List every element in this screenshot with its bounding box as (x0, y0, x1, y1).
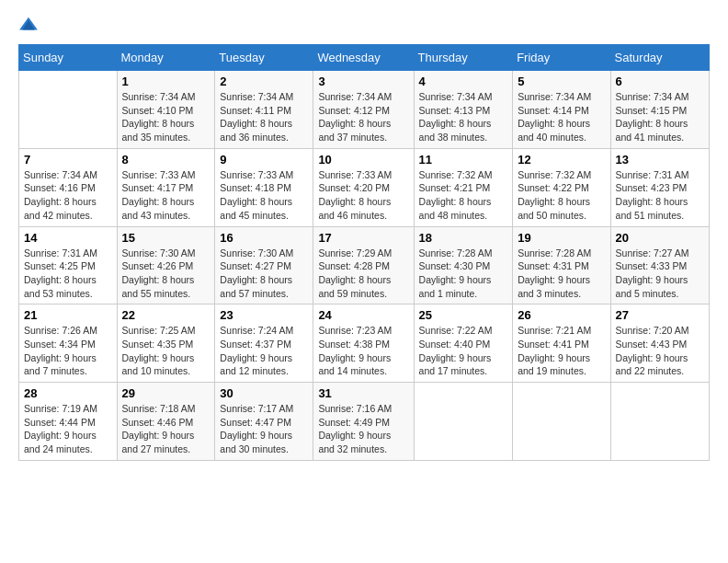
day-number: 31 (318, 386, 408, 400)
logo (18, 15, 40, 35)
calendar-cell: 30Sunrise: 7:17 AMSunset: 4:47 PMDayligh… (215, 383, 313, 461)
calendar-cell: 2Sunrise: 7:34 AMSunset: 4:11 PMDaylight… (215, 71, 313, 149)
day-info: Sunrise: 7:32 AMSunset: 4:21 PMDaylight:… (419, 168, 508, 223)
calendar-cell (414, 383, 513, 461)
day-info: Sunrise: 7:34 AMSunset: 4:11 PMDaylight:… (220, 90, 308, 144)
day-number: 18 (419, 231, 508, 245)
day-number: 8 (122, 153, 210, 167)
day-info: Sunrise: 7:16 AMSunset: 4:49 PMDaylight:… (318, 402, 408, 456)
day-number: 7 (24, 153, 112, 167)
day-number: 16 (220, 231, 308, 245)
day-number: 13 (616, 153, 704, 167)
calendar-cell: 14Sunrise: 7:31 AMSunset: 4:25 PMDayligh… (19, 226, 118, 304)
calendar-cell: 22Sunrise: 7:25 AMSunset: 4:35 PMDayligh… (117, 304, 215, 383)
day-info: Sunrise: 7:30 AMSunset: 4:27 PMDaylight:… (220, 247, 308, 301)
day-of-week-header: Thursday (414, 45, 513, 71)
calendar-cell: 21Sunrise: 7:26 AMSunset: 4:34 PMDayligh… (19, 304, 118, 383)
day-info: Sunrise: 7:33 AMSunset: 4:17 PMDaylight:… (122, 168, 210, 223)
day-number: 20 (616, 231, 704, 245)
day-info: Sunrise: 7:30 AMSunset: 4:26 PMDaylight:… (122, 247, 210, 301)
day-info: Sunrise: 7:24 AMSunset: 4:37 PMDaylight:… (220, 324, 308, 378)
day-info: Sunrise: 7:22 AMSunset: 4:40 PMDaylight:… (419, 324, 508, 378)
day-info: Sunrise: 7:20 AMSunset: 4:43 PMDaylight:… (616, 324, 704, 378)
calendar-cell: 18Sunrise: 7:28 AMSunset: 4:30 PMDayligh… (414, 226, 513, 304)
day-info: Sunrise: 7:34 AMSunset: 4:13 PMDaylight:… (419, 90, 508, 144)
calendar-cell: 7Sunrise: 7:34 AMSunset: 4:16 PMDaylight… (19, 148, 118, 226)
calendar-week-row: 21Sunrise: 7:26 AMSunset: 4:34 PMDayligh… (19, 304, 710, 383)
calendar-cell: 28Sunrise: 7:19 AMSunset: 4:44 PMDayligh… (19, 383, 118, 461)
day-info: Sunrise: 7:28 AMSunset: 4:31 PMDaylight:… (518, 247, 605, 301)
day-of-week-header: Monday (117, 45, 215, 71)
calendar-cell: 4Sunrise: 7:34 AMSunset: 4:13 PMDaylight… (414, 71, 513, 149)
day-info: Sunrise: 7:19 AMSunset: 4:44 PMDaylight:… (24, 402, 112, 456)
day-info: Sunrise: 7:25 AMSunset: 4:35 PMDaylight:… (122, 324, 210, 378)
day-number: 10 (318, 153, 408, 167)
day-info: Sunrise: 7:34 AMSunset: 4:16 PMDaylight:… (24, 168, 112, 223)
calendar-cell: 15Sunrise: 7:30 AMSunset: 4:26 PMDayligh… (117, 226, 215, 304)
day-number: 1 (122, 75, 210, 88)
page-header (18, 15, 710, 35)
day-info: Sunrise: 7:32 AMSunset: 4:22 PMDaylight:… (518, 168, 605, 223)
day-number: 14 (24, 231, 112, 245)
calendar-cell: 9Sunrise: 7:33 AMSunset: 4:18 PMDaylight… (215, 148, 313, 226)
calendar-cell: 10Sunrise: 7:33 AMSunset: 4:20 PMDayligh… (313, 148, 414, 226)
day-info: Sunrise: 7:34 AMSunset: 4:15 PMDaylight:… (616, 90, 704, 144)
day-number: 17 (318, 231, 408, 245)
calendar-cell: 11Sunrise: 7:32 AMSunset: 4:21 PMDayligh… (414, 148, 513, 226)
day-number: 12 (518, 153, 605, 167)
calendar-cell (513, 383, 610, 461)
calendar-cell: 3Sunrise: 7:34 AMSunset: 4:12 PMDaylight… (313, 71, 414, 149)
day-number: 3 (318, 75, 408, 88)
calendar-cell: 5Sunrise: 7:34 AMSunset: 4:14 PMDaylight… (513, 71, 610, 149)
calendar-cell (19, 71, 118, 149)
calendar-table: SundayMondayTuesdayWednesdayThursdayFrid… (18, 44, 710, 461)
day-info: Sunrise: 7:29 AMSunset: 4:28 PMDaylight:… (318, 247, 408, 301)
calendar-cell: 12Sunrise: 7:32 AMSunset: 4:22 PMDayligh… (513, 148, 610, 226)
day-number: 2 (220, 75, 308, 88)
day-number: 27 (616, 308, 704, 322)
day-of-week-header: Tuesday (215, 45, 313, 71)
day-of-week-header: Sunday (19, 45, 118, 71)
day-number: 11 (419, 153, 508, 167)
calendar-cell: 1Sunrise: 7:34 AMSunset: 4:10 PMDaylight… (117, 71, 215, 149)
calendar-cell: 17Sunrise: 7:29 AMSunset: 4:28 PMDayligh… (313, 226, 414, 304)
day-info: Sunrise: 7:31 AMSunset: 4:23 PMDaylight:… (616, 168, 704, 223)
day-info: Sunrise: 7:18 AMSunset: 4:46 PMDaylight:… (122, 402, 210, 456)
day-info: Sunrise: 7:21 AMSunset: 4:41 PMDaylight:… (518, 324, 605, 378)
day-info: Sunrise: 7:31 AMSunset: 4:25 PMDaylight:… (24, 247, 112, 301)
calendar-week-row: 1Sunrise: 7:34 AMSunset: 4:10 PMDaylight… (19, 71, 710, 149)
day-number: 21 (24, 308, 112, 322)
day-info: Sunrise: 7:33 AMSunset: 4:18 PMDaylight:… (220, 168, 308, 223)
calendar-cell: 23Sunrise: 7:24 AMSunset: 4:37 PMDayligh… (215, 304, 313, 383)
day-number: 28 (24, 386, 112, 400)
day-info: Sunrise: 7:27 AMSunset: 4:33 PMDaylight:… (616, 247, 704, 301)
day-number: 9 (220, 153, 308, 167)
calendar-cell: 29Sunrise: 7:18 AMSunset: 4:46 PMDayligh… (117, 383, 215, 461)
day-info: Sunrise: 7:17 AMSunset: 4:47 PMDaylight:… (220, 402, 308, 456)
day-number: 30 (220, 386, 308, 400)
calendar-cell: 13Sunrise: 7:31 AMSunset: 4:23 PMDayligh… (610, 148, 709, 226)
day-number: 15 (122, 231, 210, 245)
calendar-cell: 16Sunrise: 7:30 AMSunset: 4:27 PMDayligh… (215, 226, 313, 304)
day-info: Sunrise: 7:28 AMSunset: 4:30 PMDaylight:… (419, 247, 508, 301)
day-info: Sunrise: 7:23 AMSunset: 4:38 PMDaylight:… (318, 324, 408, 378)
calendar-week-row: 28Sunrise: 7:19 AMSunset: 4:44 PMDayligh… (19, 383, 710, 461)
day-number: 19 (518, 231, 605, 245)
day-of-week-header: Friday (513, 45, 610, 71)
day-number: 24 (318, 308, 408, 322)
day-number: 22 (122, 308, 210, 322)
day-info: Sunrise: 7:34 AMSunset: 4:12 PMDaylight:… (318, 90, 408, 144)
calendar-cell: 8Sunrise: 7:33 AMSunset: 4:17 PMDaylight… (117, 148, 215, 226)
logo-icon (18, 15, 39, 35)
day-number: 6 (616, 75, 704, 88)
day-number: 5 (518, 75, 605, 88)
day-number: 29 (122, 386, 210, 400)
day-of-week-header: Saturday (610, 45, 709, 71)
day-of-week-header: Wednesday (313, 45, 414, 71)
day-number: 25 (419, 308, 508, 322)
day-number: 4 (419, 75, 508, 88)
calendar-header: SundayMondayTuesdayWednesdayThursdayFrid… (19, 45, 710, 71)
calendar-cell: 31Sunrise: 7:16 AMSunset: 4:49 PMDayligh… (313, 383, 414, 461)
calendar-cell: 24Sunrise: 7:23 AMSunset: 4:38 PMDayligh… (313, 304, 414, 383)
calendar-cell: 19Sunrise: 7:28 AMSunset: 4:31 PMDayligh… (513, 226, 610, 304)
